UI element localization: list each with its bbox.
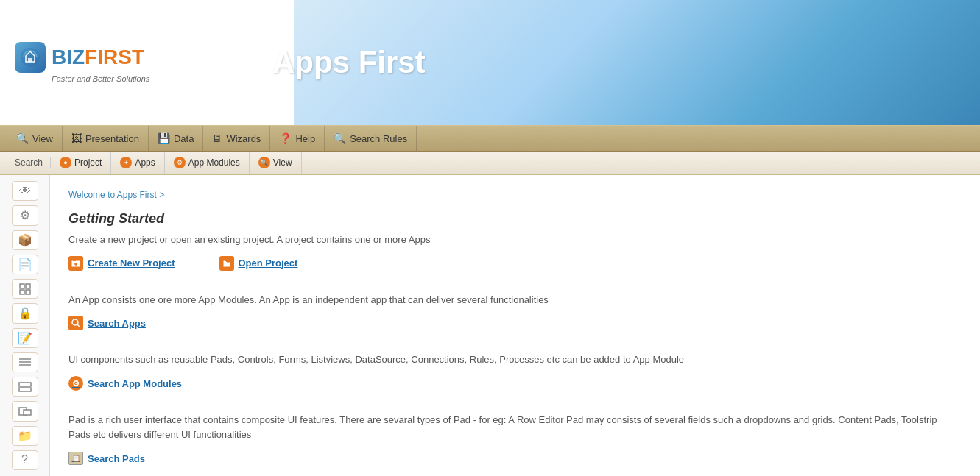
logo-brand: BIZFIRST: [52, 46, 144, 69]
create-project-link[interactable]: Create New Project: [68, 256, 175, 271]
getting-started-title: Getting Started: [68, 211, 958, 227]
title-area: Apps First: [250, 0, 980, 125]
sidebar-icon-eye[interactable]: 👁: [12, 181, 38, 201]
project-icon: ●: [60, 157, 71, 168]
pad-desc: Pad is a rich user interface that contai…: [68, 413, 958, 441]
svg-rect-3: [26, 284, 30, 288]
logo-tagline: Faster and Better Solutions: [52, 74, 236, 83]
logo-icon: [15, 42, 46, 73]
svg-rect-9: [19, 383, 31, 386]
app-modules-section: UI components such as reusable Pads, Con…: [68, 352, 958, 399]
view-nav-icon: 🔍: [258, 157, 270, 168]
sidebar-icon-file[interactable]: 📝: [12, 328, 38, 348]
open-project-link[interactable]: Open Project: [219, 256, 298, 271]
getting-started-section: Getting Started Create a new project or …: [68, 211, 958, 280]
page-wrapper: BIZFIRST Faster and Better Solutions App…: [0, 0, 980, 476]
search-pads-icon: 📋: [68, 452, 83, 465]
svg-rect-12: [24, 410, 31, 415]
search-app-modules-icon: ⚙: [68, 376, 83, 391]
nav-item-presentation[interactable]: 🖼 Presentation: [63, 126, 149, 151]
app-desc: An App consists one ore more App Modules…: [68, 293, 958, 308]
help-icon: ❓: [279, 132, 292, 144]
sidebar-icon-grid[interactable]: [12, 279, 38, 299]
top-nav: 🔍 View 🖼 Presentation 💾 Data 🖥 Wizards ❓…: [0, 125, 980, 152]
nav-view[interactable]: 🔍 View: [250, 152, 302, 174]
nav-item-view[interactable]: 🔍 View: [7, 126, 63, 151]
search-area: Search: [7, 157, 51, 168]
search-app-modules-link[interactable]: ⚙ Search App Modules: [68, 376, 182, 391]
sidebar-icon-folder[interactable]: 📁: [12, 426, 38, 446]
sidebar-icon-lines[interactable]: [12, 352, 38, 372]
svg-rect-14: [73, 259, 76, 261]
getting-started-desc: Create a new project or open an existing…: [68, 232, 958, 247]
presentation-icon: 🖼: [71, 132, 82, 144]
project-action-row: Create New Project Open Project: [68, 256, 958, 280]
svg-line-18: [77, 324, 80, 327]
search-pads-link[interactable]: 📋 Search Pads: [68, 452, 145, 465]
nav-item-help[interactable]: ❓ Help: [270, 126, 325, 151]
create-project-icon: [68, 256, 83, 271]
sidebar-icon-doc[interactable]: 📄: [12, 255, 38, 274]
open-project-icon: [219, 256, 234, 271]
search-rules-icon: 🔍: [334, 132, 346, 144]
pads-section: Pad is a rich user interface that contai…: [68, 413, 958, 474]
page-title: Apps First: [272, 45, 426, 80]
search-label: Search: [15, 157, 43, 168]
nav-apps[interactable]: + Apps: [111, 152, 164, 174]
sidebar-icon-help[interactable]: ?: [12, 450, 38, 470]
data-icon: 💾: [158, 132, 170, 144]
sidebar-icon-arrow[interactable]: [12, 401, 38, 421]
breadcrumb: Welcome to Apps First >: [68, 190, 958, 200]
content-area: 👁 ⚙ 📦 📄 🔒 📝: [0, 175, 980, 476]
svg-rect-4: [20, 290, 24, 294]
apps-section: An App consists one ore more App Modules…: [68, 293, 958, 340]
logo-text: BIZFIRST: [15, 42, 236, 73]
apps-icon: +: [120, 157, 132, 168]
sidebar-icon-gear[interactable]: ⚙: [12, 205, 38, 225]
breadcrumb-link[interactable]: Welcome to Apps First >: [68, 190, 164, 200]
sidebar-icon-lock[interactable]: 🔒: [12, 303, 38, 323]
sidebar-icon-layers[interactable]: [12, 377, 38, 397]
svg-rect-10: [19, 388, 31, 391]
logo-first: FIRST: [85, 46, 144, 68]
nav-item-wizards[interactable]: 🖥 Wizards: [203, 126, 270, 151]
nav-app-modules[interactable]: ⚙ App Modules: [165, 152, 250, 174]
svg-rect-1: [28, 58, 32, 62]
svg-rect-5: [26, 290, 30, 294]
logo-biz: BIZ: [52, 46, 85, 68]
search-apps-link[interactable]: Search Apps: [68, 316, 146, 330]
nav-item-data[interactable]: 💾 Data: [149, 126, 203, 151]
main-content: Welcome to Apps First > Getting Started …: [50, 175, 980, 476]
nav-project[interactable]: ● Project: [51, 152, 111, 174]
app-module-desc: UI components such as reusable Pads, Con…: [68, 352, 958, 367]
wizards-icon: 🖥: [212, 132, 222, 144]
header: BIZFIRST Faster and Better Solutions App…: [0, 0, 980, 125]
sidebar: 👁 ⚙ 📦 📄 🔒 📝: [0, 175, 50, 476]
search-apps-icon: [68, 316, 83, 330]
view-icon: 🔍: [16, 132, 29, 144]
sidebar-icon-box[interactable]: 📦: [12, 230, 38, 250]
app-modules-icon: ⚙: [174, 157, 186, 168]
secondary-nav: Search ● Project + Apps ⚙ App Modules 🔍 …: [0, 152, 980, 175]
svg-rect-2: [20, 284, 24, 288]
nav-item-search-rules[interactable]: 🔍 Search Rules: [325, 126, 417, 151]
svg-point-17: [72, 319, 78, 325]
logo-area: BIZFIRST Faster and Better Solutions: [0, 0, 250, 125]
